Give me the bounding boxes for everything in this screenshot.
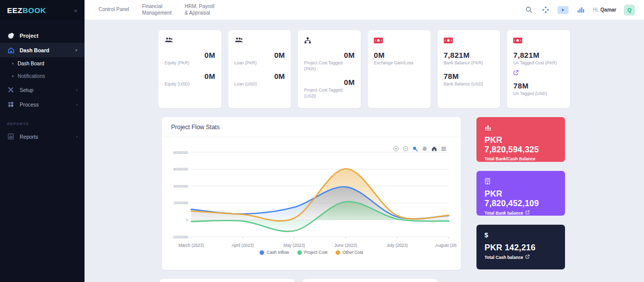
sidebar-section-reports: REPORTS <box>0 112 85 129</box>
svg-text:2000000: 2000000 <box>174 201 188 205</box>
stat-card-loan: 0M Loan (PKR) 0M Loan (USD) <box>228 30 291 108</box>
process-squares-icon <box>7 101 15 108</box>
svg-text:May (2023): May (2023) <box>283 243 305 248</box>
external-link-icon[interactable] <box>525 210 530 216</box>
sitemap-icon <box>304 37 355 46</box>
search-icon[interactable] <box>524 6 533 15</box>
tab-hrm-payroll-appraisal[interactable]: HRM, Payroll& Appraisal <box>185 4 214 16</box>
total-cash-balance-card: $ PKR 142,216 Total Cash balance <box>476 225 565 269</box>
sidebar-item-process[interactable]: Process › <box>0 97 85 112</box>
stat-label: Project Cost Tagged (USD) <box>304 87 355 100</box>
stat-value: 0M <box>165 72 215 80</box>
banknote-icon <box>374 37 425 46</box>
external-link-icon[interactable] <box>513 68 564 77</box>
stat-card-project-cost-tagged: 0M Project Cost Tagged (PKR) 0M Project … <box>298 30 361 108</box>
stat-value: 7,821M <box>444 51 495 59</box>
chart-title: Project Flow Stats <box>171 124 220 131</box>
stat-label: Bank Balance (PKR) <box>444 60 495 66</box>
legend-other-cost[interactable]: Other Cost <box>336 250 363 255</box>
external-link-icon[interactable] <box>525 254 530 260</box>
top-navbar: Control Panel FinancialManagement HRM, P… <box>85 0 644 20</box>
stat-value: 78M <box>444 72 495 80</box>
sidebar-subitem-notifications[interactable]: Notifications <box>0 70 85 82</box>
stat-label: Un Tagged Cost (PKR) <box>513 60 564 66</box>
users-group-icon <box>165 37 215 46</box>
bullet-icon <box>12 63 14 64</box>
partial-card <box>303 279 437 282</box>
legend-dot <box>297 250 302 255</box>
sidebar-collapse-icon[interactable]: « <box>74 7 77 14</box>
stat-value: 0M <box>234 72 285 80</box>
sidebar-item-project[interactable]: Project <box>0 28 85 43</box>
stat-label: Un Tagged (USD) <box>513 91 564 97</box>
chart-legend: Cash Inflow Project Cost Other Cost <box>162 250 461 255</box>
svg-text:6000000: 6000000 <box>174 167 188 171</box>
banknote-icon <box>444 37 495 46</box>
partial-card <box>160 279 294 282</box>
bullet-icon <box>12 75 14 77</box>
tab-control-panel[interactable]: Control Panel <box>99 7 129 13</box>
sidebar-item-setup[interactable]: Setup › <box>0 82 85 97</box>
user-greeting: Hi, Qamar <box>593 7 616 13</box>
sidebar-subitem-dashboard[interactable]: Dash Board <box>0 57 85 70</box>
pie-chart-icon <box>7 32 15 39</box>
summary-value: PKR 142,216 <box>485 243 557 252</box>
summary-label: Total Cash balance <box>485 254 557 260</box>
stat-value: 0M <box>165 51 215 59</box>
legend-dot <box>260 250 264 255</box>
legend-dot <box>336 250 340 255</box>
logo-bar: EEZBOOK « <box>0 0 85 20</box>
report-chart-icon <box>7 133 15 140</box>
stat-value: 78M <box>513 81 564 90</box>
stat-card-untagged-cost: 7,821M Un Tagged Cost (PKR) 78M Un Tagge… <box>507 30 570 108</box>
tools-icon <box>7 86 15 93</box>
home-icon <box>7 46 15 54</box>
summary-label: Total Bank/Cash Balance <box>485 156 557 161</box>
bank-building-icon <box>485 177 557 184</box>
tab-financial-management[interactable]: FinancialManagement <box>142 4 172 16</box>
legend-cash-inflow[interactable]: Cash Inflow <box>260 250 289 255</box>
legend-project-cost[interactable]: Project Cost <box>297 250 328 255</box>
summary-label: Total Bank balance <box>485 210 557 216</box>
chevron-right-icon: › <box>76 87 77 92</box>
apps-icon[interactable] <box>541 6 550 15</box>
total-bank-balance-card: PKR 7,820,452,109 Total Bank balance <box>476 171 565 216</box>
chevron-right-icon: › <box>76 134 77 139</box>
avatar[interactable]: Q <box>624 5 635 16</box>
area-chart: 80000006000000400000020000000-2000000Mar… <box>166 147 457 253</box>
stat-label: Equity (PKR) <box>165 60 215 66</box>
play-icon[interactable] <box>557 6 569 14</box>
bar-stats-icon[interactable] <box>576 6 585 15</box>
svg-text:March (2023): March (2023) <box>179 243 204 248</box>
total-bank-cash-balance-card: PKR 7,820,594,325 Total Bank/Cash Balanc… <box>476 117 565 162</box>
stat-cards-row: 0M Equity (PKR) 0M Equity (USD) 0M Loan … <box>158 30 570 108</box>
stat-value: 0M <box>304 51 355 59</box>
sidebar: EEZBOOK « Project Dash Board ▾ Dash Boar… <box>0 0 85 282</box>
stat-value: 7,821M <box>513 51 564 59</box>
stat-value: 0M <box>304 78 355 86</box>
sidebar-item-reports[interactable]: Reports › <box>0 129 85 144</box>
svg-text:-2000000: -2000000 <box>172 235 188 239</box>
stat-card-equity: 0M Equity (PKR) 0M Equity (USD) <box>158 30 221 108</box>
summary-value: PKR 7,820,452,109 <box>485 189 557 208</box>
svg-text:8000000: 8000000 <box>174 150 188 155</box>
project-flow-stats-card: Project Flow Stats 800000060000004000000… <box>162 117 461 270</box>
chevron-right-icon: › <box>76 102 77 107</box>
stat-card-bank-balance: 7,821M Bank Balance (PKR) 78M Bank Balan… <box>438 30 501 108</box>
svg-text:4000000: 4000000 <box>174 184 188 189</box>
sidebar-item-dashboard[interactable]: Dash Board ▾ <box>0 43 85 57</box>
stat-label: Project Cost Tagged (PKR) <box>304 60 355 72</box>
stat-label: Equity (USD) <box>165 81 215 87</box>
stat-value: 0M <box>374 51 425 59</box>
chevron-down-icon: ▾ <box>75 48 77 53</box>
stat-label: Loan (USD) <box>234 81 285 87</box>
users-group-icon <box>234 37 285 46</box>
app-logo: EEZBOOK <box>7 6 46 15</box>
dollar-icon: $ <box>485 231 557 238</box>
stat-label: Bank Balance (USD) <box>444 81 495 87</box>
svg-text:July (2023): July (2023) <box>387 243 408 248</box>
svg-text:June (2023): June (2023) <box>335 243 358 248</box>
svg-text:April (2023): April (2023) <box>231 243 254 248</box>
stat-label: Loan (PKR) <box>234 60 285 66</box>
stat-label: Exchange Gain/Loss <box>374 60 425 66</box>
